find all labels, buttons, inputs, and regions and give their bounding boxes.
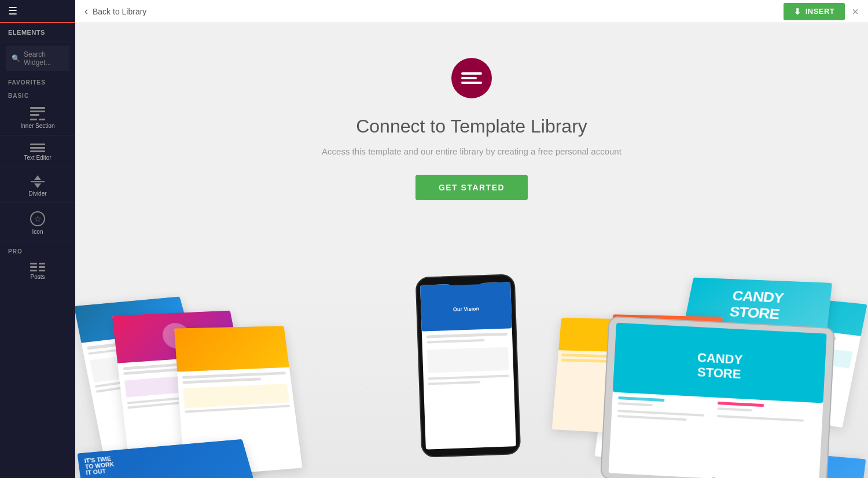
sidebar-divider-1 <box>0 135 75 135</box>
sidebar-divider-4 <box>0 241 75 241</box>
search-icon: 🔍 <box>12 54 20 62</box>
sidebar-item-label-icon: Icon <box>32 229 43 235</box>
elementor-logo <box>451 58 492 98</box>
section-label-pro: PRO <box>0 244 75 257</box>
svg-text:STORE: STORE <box>697 365 742 381</box>
connect-subtitle: Access this template and our entire libr… <box>322 146 621 156</box>
posts-icon <box>30 263 45 271</box>
sidebar-tab-elements[interactable]: ELEMENTS <box>0 23 75 42</box>
search-placeholder: Search Widget... <box>24 50 64 67</box>
sidebar-item-divider[interactable]: Divider <box>0 170 75 200</box>
modal-content: Connect to Template Library Access this … <box>75 23 868 478</box>
scattered-templates: CANDYSTORE <box>75 270 868 478</box>
sidebar: ☰ ELEMENTS 🔍 Search Widget... FAVORITES … <box>0 0 75 478</box>
sidebar-item-text-editor[interactable]: Text Editor <box>0 138 75 164</box>
hamburger-icon[interactable]: ☰ <box>8 5 17 17</box>
template-preview-bg: CANDYSTORE <box>75 270 868 478</box>
topbar: ‹ Back to Library ⬇ INSERT × <box>75 0 868 23</box>
back-arrow-icon: ‹ <box>84 5 88 17</box>
sidebar-item-inner-section[interactable]: Inner Section <box>0 101 75 133</box>
main-area: ‹ Back to Library ⬇ INSERT × Connect to … <box>75 0 868 478</box>
section-label-basic: BASIC <box>0 88 75 101</box>
sidebar-divider-3 <box>0 203 75 203</box>
svg-rect-7 <box>427 347 509 373</box>
close-icon: × <box>852 5 859 18</box>
sidebar-header: ☰ <box>0 0 75 23</box>
get-started-button[interactable]: GET STARTED <box>415 175 528 200</box>
back-label: Back to Library <box>93 7 146 16</box>
sidebar-divider-2 <box>0 167 75 167</box>
search-widget-input[interactable]: 🔍 Search Widget... <box>6 46 69 71</box>
inner-section-icon <box>30 107 45 120</box>
back-to-library-button[interactable]: ‹ Back to Library <box>84 5 146 17</box>
insert-label: INSERT <box>806 7 835 16</box>
sidebar-item-label-posts: Posts <box>30 274 45 280</box>
sidebar-item-label-inner-section: Inner Section <box>21 123 55 129</box>
elementor-logo-inner <box>461 72 482 84</box>
close-button[interactable]: × <box>852 6 859 17</box>
divider-icon <box>31 175 45 188</box>
sidebar-item-label-text-editor: Text Editor <box>24 155 51 161</box>
connect-title: Connect to Template Library <box>356 116 587 137</box>
sidebar-item-label-divider: Divider <box>28 190 46 197</box>
sidebar-item-posts[interactable]: Posts <box>0 257 75 284</box>
connect-panel: Connect to Template Library Access this … <box>322 23 621 212</box>
phone-mockup: Our Vision <box>413 271 523 462</box>
icon-icon: ☆ <box>30 211 45 226</box>
text-editor-icon <box>30 144 45 152</box>
insert-button[interactable]: ⬇ INSERT <box>784 3 845 20</box>
sidebar-item-icon[interactable]: ☆ Icon <box>0 205 75 238</box>
section-label-favorites: FAVORITES <box>0 75 75 88</box>
insert-icon: ⬇ <box>794 7 801 16</box>
svg-text:Our Vision: Our Vision <box>453 306 480 312</box>
svg-rect-10 <box>448 277 483 285</box>
tablet-mockup: CANDY STORE <box>598 314 838 478</box>
